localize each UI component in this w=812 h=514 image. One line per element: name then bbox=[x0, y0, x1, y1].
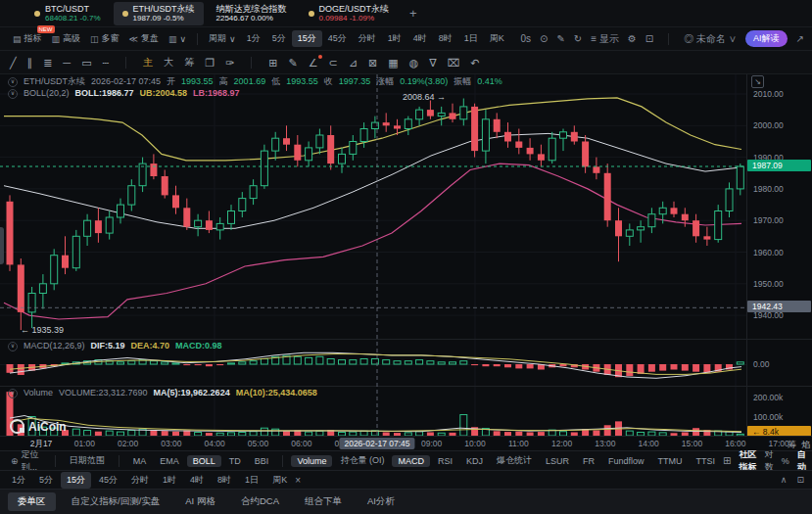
indicator-RSI[interactable]: RSI bbox=[432, 455, 458, 467]
large-chart-chip[interactable]: 大 bbox=[164, 56, 173, 70]
period2-1日[interactable]: 1日 bbox=[239, 472, 264, 489]
period-15分[interactable]: 15分 bbox=[292, 30, 322, 47]
symbol-tab[interactable]: 纳斯达克综合指数22546.67 0.00% bbox=[208, 2, 296, 25]
ruler-icon[interactable]: ∠ bbox=[309, 57, 318, 69]
panel-AI分析[interactable]: AI分析 bbox=[358, 492, 405, 511]
undo-icon[interactable]: ↶ bbox=[470, 57, 479, 69]
globe-icon[interactable]: ◍ bbox=[409, 57, 419, 69]
collapse-toggle-icon[interactable]: ∨ bbox=[8, 77, 18, 87]
period2-1分[interactable]: 1分 bbox=[6, 472, 31, 489]
collapse-toggle-icon[interactable]: ∨ bbox=[8, 389, 18, 398]
panel-grid-icon[interactable]: ⊞ bbox=[723, 455, 731, 466]
panel-委单区[interactable]: 委单区 bbox=[8, 492, 56, 511]
period2-周K[interactable]: 周K bbox=[266, 472, 293, 489]
period2-15分[interactable]: 15分 bbox=[61, 472, 91, 489]
toggle-%[interactable]: % bbox=[782, 456, 789, 466]
screenshot-icon[interactable]: ⊙ bbox=[540, 33, 548, 44]
period-1时[interactable]: 1时 bbox=[382, 30, 407, 47]
edit-icon[interactable]: ✎ bbox=[556, 33, 564, 44]
brush-icon[interactable]: ✑ bbox=[225, 57, 234, 69]
period-45分[interactable]: 45分 bbox=[322, 30, 353, 47]
pencil-icon[interactable]: ✎ bbox=[288, 57, 297, 69]
refresh-icon[interactable]: ↻ bbox=[574, 33, 582, 44]
expand-icon[interactable]: ⊡ bbox=[796, 475, 804, 485]
indicator-BBI[interactable]: BBI bbox=[249, 455, 275, 467]
layout-select[interactable]: ◎ 未命名 ∨ bbox=[684, 32, 737, 46]
trend-line-icon[interactable]: ╱ bbox=[10, 57, 17, 69]
period-select[interactable]: 周期∨ bbox=[204, 30, 241, 47]
panel-合约DCA[interactable]: 合约DCA bbox=[231, 492, 289, 511]
image-icon[interactable]: ▦ bbox=[388, 57, 398, 69]
horizontal-line-icon[interactable]: ─ bbox=[63, 57, 71, 69]
fib-lines-icon[interactable]: ≣ bbox=[43, 57, 52, 69]
panel-组合下单[interactable]: 组合下单 bbox=[295, 492, 352, 511]
share-icon[interactable]: ↗ bbox=[796, 33, 804, 44]
close-icon[interactable]: × bbox=[295, 475, 301, 486]
indicator-MACD[interactable]: MACD bbox=[392, 455, 430, 467]
timer-button[interactable]: 0s bbox=[520, 33, 531, 44]
period-分时[interactable]: 分时 bbox=[353, 30, 382, 47]
period-5分[interactable]: 5分 bbox=[266, 30, 292, 47]
pane-resize-handle[interactable] bbox=[0, 227, 4, 264]
collapse-icon[interactable]: ∧ bbox=[781, 475, 788, 485]
time-axis[interactable]: 2月1701:0002:0003:0004:0005:0006:0007:000… bbox=[0, 436, 812, 450]
panel-自定义指标/回测/实盘[interactable]: 自定义指标/回测/实盘 bbox=[62, 492, 170, 511]
indicator-Volume[interactable]: Volume bbox=[291, 455, 332, 467]
candlestick-chart[interactable] bbox=[0, 74, 812, 436]
collapse-toggle-icon[interactable]: ∨ bbox=[8, 89, 18, 99]
crop-icon[interactable]: ⊞ bbox=[268, 57, 277, 69]
magnet-icon[interactable]: ⊂ bbox=[329, 57, 338, 69]
filter-icon[interactable]: ∇ bbox=[429, 57, 436, 69]
main-chart-chip[interactable]: 主 bbox=[143, 56, 153, 70]
brush-dots-icon[interactable]: ┄ bbox=[103, 57, 110, 69]
measure-icon[interactable]: ⊿ bbox=[349, 57, 358, 69]
chart-region[interactable]: ∨ ETH/USDT永续 2026-02-17 07:45 开1993.55 高… bbox=[0, 74, 812, 450]
indicator-MA[interactable]: MA bbox=[127, 455, 153, 467]
chip-distribution-chip[interactable]: 筹 bbox=[184, 56, 194, 70]
indicator-KDJ[interactable]: KDJ bbox=[460, 455, 489, 467]
indicator-Fundflow[interactable]: Fundflow bbox=[602, 455, 650, 467]
period-8时[interactable]: 8时 bbox=[433, 30, 458, 47]
settings-icon[interactable]: ⚙ bbox=[628, 33, 637, 44]
price-axis[interactable]: 2010.002000.001990.001980.001970.001960.… bbox=[746, 74, 812, 436]
symbol-tab[interactable]: BTC/USDT68408.21 -0.7% bbox=[25, 2, 110, 25]
advanced-button[interactable]: ▥高级 bbox=[47, 30, 86, 47]
ai-interpret-button[interactable]: AI解读 bbox=[745, 30, 788, 47]
period2-8时[interactable]: 8时 bbox=[212, 472, 237, 489]
period2-1时[interactable]: 1时 bbox=[157, 472, 182, 489]
popout-icon[interactable]: ↘ bbox=[751, 75, 764, 88]
rectangle-icon[interactable]: ▭ bbox=[81, 57, 91, 69]
indicator-持仓量 (OI)[interactable]: 持仓量 (OI) bbox=[334, 453, 390, 468]
indicator-LSUR[interactable]: LSUR bbox=[540, 455, 575, 467]
add-symbol-button[interactable]: + bbox=[409, 6, 417, 21]
indicators-button[interactable]: ▤指标NEW bbox=[8, 30, 47, 47]
fullscreen-icon[interactable]: ⊡ bbox=[645, 33, 653, 44]
chart-type-select[interactable]: ▥∨ bbox=[164, 32, 191, 46]
multi-window-button[interactable]: ◫多窗 bbox=[85, 30, 124, 47]
indicator-TTSI[interactable]: TTSI bbox=[690, 455, 721, 467]
indicator-TTMU[interactable]: TTMU bbox=[651, 455, 688, 467]
period-4时[interactable]: 4时 bbox=[407, 30, 433, 47]
period2-5分[interactable]: 5分 bbox=[33, 472, 59, 489]
replay-button[interactable]: ≪复盘 bbox=[124, 30, 164, 47]
collapse-toggle-icon[interactable]: ∨ bbox=[8, 342, 18, 351]
period2-4时[interactable]: 4时 bbox=[184, 472, 210, 489]
period-1日[interactable]: 1日 bbox=[458, 30, 484, 47]
axis-tool-焰[interactable]: 焰 bbox=[801, 439, 810, 451]
indicator-TD[interactable]: TD bbox=[223, 455, 247, 467]
axis-tool-筹[interactable]: 筹 bbox=[788, 439, 796, 451]
symbol-tab[interactable]: DOGE/USDT永续0.09984 -1.09% bbox=[300, 2, 399, 25]
delete-icon[interactable]: ⌧ bbox=[448, 57, 460, 69]
indicator-EMA[interactable]: EMA bbox=[154, 455, 185, 467]
period2-45分[interactable]: 45分 bbox=[93, 472, 123, 489]
panel-AI 网格[interactable]: AI 网格 bbox=[175, 492, 225, 511]
indicator-BOLL[interactable]: BOLL bbox=[187, 455, 221, 467]
indicator-爆仓统计[interactable]: 爆仓统计 bbox=[491, 453, 538, 468]
parallel-channel-icon[interactable]: ∥ bbox=[27, 57, 33, 69]
copy-icon[interactable]: ❐ bbox=[205, 57, 215, 69]
indicator-FR[interactable]: FR bbox=[577, 455, 600, 467]
display-button[interactable]: ≡ 显示 bbox=[591, 32, 619, 46]
lock-icon[interactable]: ⊠ bbox=[368, 57, 377, 69]
period-周K[interactable]: 周K bbox=[484, 30, 510, 47]
symbol-tab[interactable]: ETH/USDT永续1987.09 -0.5% bbox=[114, 2, 204, 25]
